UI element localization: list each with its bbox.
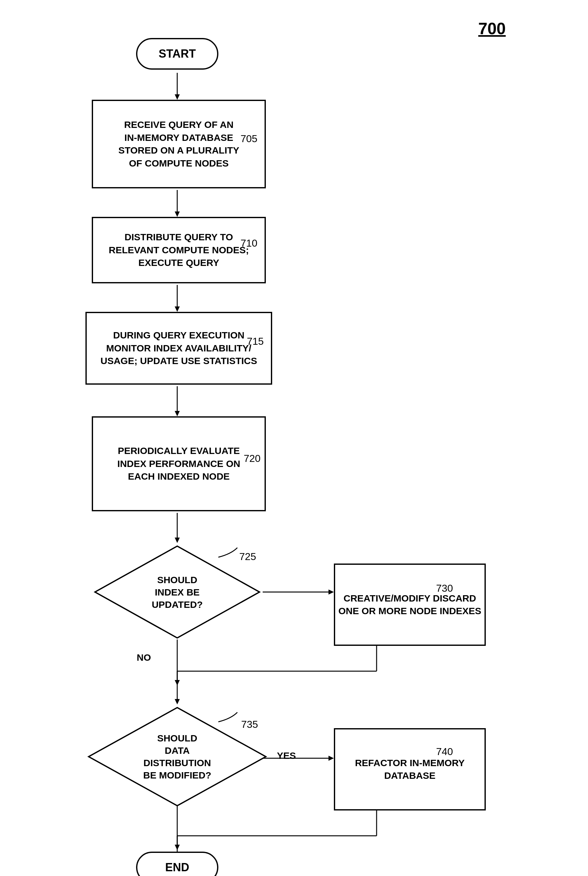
box-710-text: DISTRIBUTE QUERY TO RELEVANT COMPUTE NOD… (109, 231, 249, 269)
svg-marker-15 (175, 680, 180, 685)
flow-label-no-725: NO (137, 652, 151, 663)
box-730: CREATIVE/MODIFY DISCARD ONE OR MORE NODE… (334, 563, 486, 646)
ref-735: 735 (241, 719, 258, 730)
end-label: END (165, 861, 189, 874)
box-705-text: RECEIVE QUERY OF AN IN-MEMORY DATABASE S… (118, 119, 239, 170)
svg-marker-27 (95, 546, 260, 638)
svg-marker-1 (175, 94, 180, 100)
flow-label-yes-735: YES (277, 750, 296, 761)
box-730-text: CREATIVE/MODIFY DISCARD ONE OR MORE NODE… (338, 592, 482, 618)
diagram-container: 700 (0, 0, 588, 876)
svg-marker-11 (328, 589, 334, 595)
svg-marker-18 (175, 699, 180, 705)
box-705: RECEIVE QUERY OF AN IN-MEMORY DATABASE S… (92, 100, 266, 188)
box-740-text: REFACTOR IN-MEMORY DATABASE (355, 757, 465, 782)
start-label: START (159, 47, 196, 60)
box-720: PERIODICALLY EVALUATE INDEX PERFORMANCE … (92, 416, 266, 511)
svg-marker-28 (88, 708, 266, 806)
box-715-text: DURING QUERY EXECUTION MONITOR INDEX AVA… (100, 329, 257, 368)
ref-720: 720 (244, 453, 261, 464)
box-710: DISTRIBUTE QUERY TO RELEVANT COMPUTE NOD… (92, 217, 266, 283)
figure-number: 700 (478, 19, 506, 38)
ref-705: 705 (240, 133, 257, 145)
diamond-725-shape: SHOULD INDEX BE UPDATED? (92, 543, 262, 641)
end-oval: END (136, 852, 218, 876)
box-715: DURING QUERY EXECUTION MONITOR INDEX AVA… (86, 312, 272, 385)
ref-730: 730 (436, 583, 453, 594)
box-740: REFACTOR IN-MEMORY DATABASE (334, 728, 486, 810)
svg-marker-3 (175, 212, 180, 217)
svg-marker-24 (175, 844, 180, 850)
svg-marker-5 (175, 307, 180, 312)
svg-marker-7 (175, 411, 180, 416)
ref-740: 740 (436, 746, 453, 757)
start-oval: START (136, 38, 218, 70)
svg-marker-20 (328, 756, 334, 761)
ref-725: 725 (239, 551, 256, 563)
box-720-text: PERIODICALLY EVALUATE INDEX PERFORMANCE … (117, 445, 240, 483)
diamond-725: SHOULD INDEX BE UPDATED? (92, 543, 262, 641)
svg-marker-9 (175, 538, 180, 543)
ref-715: 715 (247, 336, 264, 347)
ref-710: 710 (240, 237, 257, 249)
